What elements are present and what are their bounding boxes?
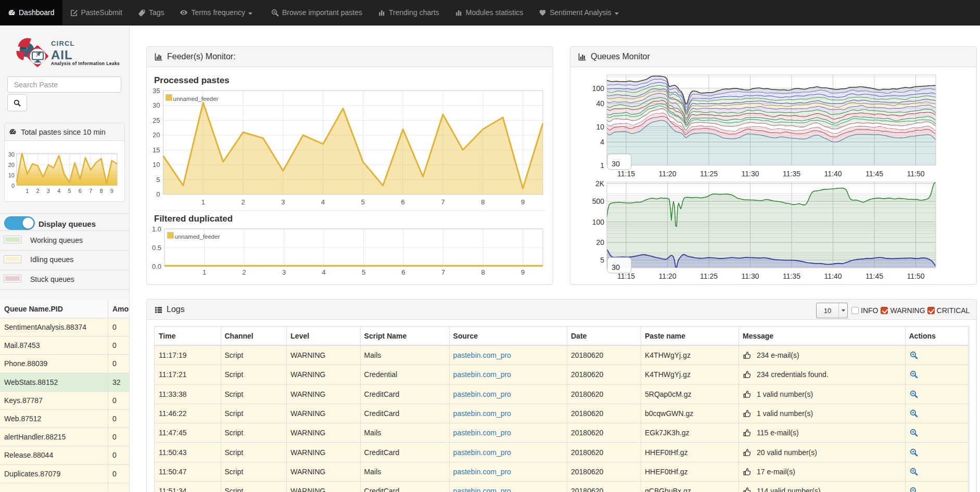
svg-text:5: 5 bbox=[68, 188, 71, 194]
svg-text:11:25: 11:25 bbox=[700, 272, 718, 280]
svg-text:11:35: 11:35 bbox=[783, 170, 800, 178]
svg-text:11:25: 11:25 bbox=[700, 170, 718, 178]
svg-text:3: 3 bbox=[47, 188, 50, 194]
svg-text:3: 3 bbox=[281, 198, 285, 206]
svg-text:500: 500 bbox=[592, 197, 605, 205]
svg-text:5: 5 bbox=[600, 256, 604, 264]
svg-text:0: 0 bbox=[156, 190, 160, 198]
svg-text:15: 15 bbox=[153, 146, 160, 154]
svg-text:100: 100 bbox=[592, 218, 605, 226]
svg-text:40: 40 bbox=[596, 99, 604, 108]
svg-text:11:45: 11:45 bbox=[866, 170, 883, 178]
svg-text:30: 30 bbox=[153, 101, 160, 109]
svg-text:5: 5 bbox=[156, 176, 160, 184]
svg-text:2K: 2K bbox=[595, 179, 605, 188]
svg-text:10: 10 bbox=[153, 161, 160, 169]
svg-text:11:50: 11:50 bbox=[907, 170, 925, 178]
svg-text:1: 1 bbox=[201, 198, 205, 206]
svg-text:1.0: 1.0 bbox=[152, 225, 161, 233]
svg-text:9: 9 bbox=[521, 198, 525, 206]
svg-text:10: 10 bbox=[596, 123, 604, 131]
svg-text:7: 7 bbox=[89, 188, 92, 194]
svg-text:7: 7 bbox=[441, 198, 444, 206]
svg-text:100: 100 bbox=[592, 84, 605, 93]
svg-text:35: 35 bbox=[153, 87, 160, 95]
svg-text:5: 5 bbox=[361, 198, 365, 206]
svg-text:8: 8 bbox=[99, 188, 103, 194]
svg-text:11:30: 11:30 bbox=[742, 272, 759, 280]
svg-text:25: 25 bbox=[153, 116, 160, 124]
svg-text:20: 20 bbox=[153, 131, 160, 139]
svg-text:11:20: 11:20 bbox=[659, 170, 677, 178]
svg-text:11:20: 11:20 bbox=[659, 272, 677, 280]
svg-text:11:45: 11:45 bbox=[866, 272, 883, 280]
svg-text:0: 0 bbox=[11, 183, 15, 189]
svg-text:8: 8 bbox=[481, 198, 485, 206]
svg-text:9: 9 bbox=[110, 188, 113, 194]
svg-text:11:40: 11:40 bbox=[824, 272, 842, 280]
svg-text:20: 20 bbox=[596, 238, 604, 247]
svg-text:4: 4 bbox=[322, 268, 325, 276]
svg-text:0.5: 0.5 bbox=[152, 244, 161, 252]
svg-text:6: 6 bbox=[401, 198, 405, 206]
svg-text:6: 6 bbox=[402, 268, 405, 276]
svg-text:1: 1 bbox=[202, 268, 206, 276]
svg-text:unnamed_feeder: unnamed_feeder bbox=[173, 96, 219, 102]
svg-text:8: 8 bbox=[481, 268, 485, 276]
svg-text:30: 30 bbox=[8, 151, 15, 158]
svg-text:0.0: 0.0 bbox=[152, 263, 161, 270]
svg-text:11:50: 11:50 bbox=[907, 272, 925, 280]
svg-text:20: 20 bbox=[8, 162, 15, 168]
svg-text:11:35: 11:35 bbox=[783, 272, 800, 280]
svg-text:4: 4 bbox=[600, 138, 604, 146]
svg-text:1: 1 bbox=[600, 161, 604, 170]
svg-text:2: 2 bbox=[241, 198, 245, 206]
svg-text:2: 2 bbox=[242, 268, 246, 276]
svg-text:30: 30 bbox=[612, 263, 620, 271]
svg-text:10: 10 bbox=[8, 172, 15, 178]
svg-text:11:15: 11:15 bbox=[617, 170, 635, 178]
svg-text:2: 2 bbox=[36, 188, 40, 194]
svg-text:unnamed_feeder: unnamed_feeder bbox=[175, 234, 220, 240]
svg-text:5: 5 bbox=[362, 268, 365, 276]
svg-text:9: 9 bbox=[521, 268, 525, 276]
svg-text:7: 7 bbox=[441, 268, 445, 276]
svg-text:4: 4 bbox=[321, 198, 325, 206]
svg-text:4: 4 bbox=[57, 188, 60, 194]
svg-text:3: 3 bbox=[282, 268, 286, 276]
svg-text:6: 6 bbox=[79, 188, 82, 194]
svg-text:1: 1 bbox=[26, 188, 29, 194]
svg-text:30: 30 bbox=[612, 160, 620, 168]
svg-text:11:30: 11:30 bbox=[742, 170, 759, 178]
svg-text:11:40: 11:40 bbox=[824, 170, 842, 178]
